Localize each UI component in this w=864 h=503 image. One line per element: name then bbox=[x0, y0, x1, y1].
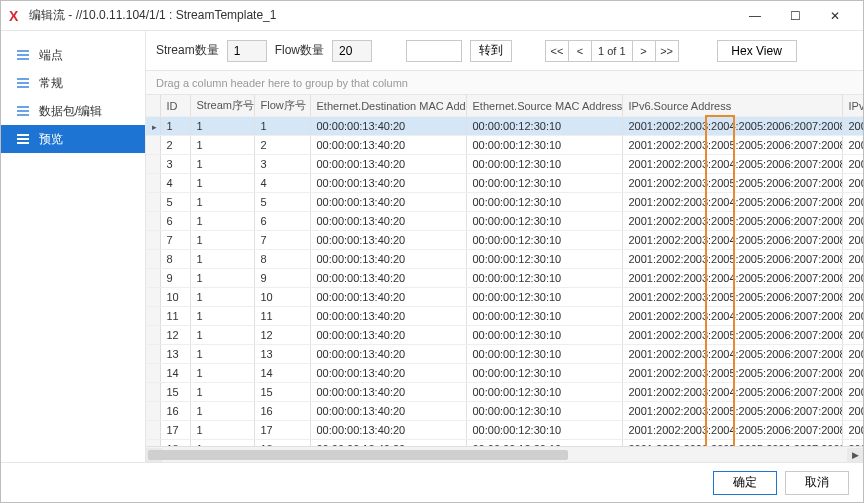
cell[interactable]: 13 bbox=[160, 345, 190, 364]
cell[interactable]: 7 bbox=[160, 231, 190, 250]
table-row[interactable]: 1411400:00:00:13:40:2000:00:00:12:30:102… bbox=[146, 364, 863, 383]
grid[interactable]: IDStream序号Flow序号Ethernet.Destination MAC… bbox=[146, 95, 863, 446]
cell[interactable]: 1 bbox=[190, 288, 254, 307]
table-row[interactable]: 81800:00:00:13:40:2000:00:00:12:30:10200… bbox=[146, 250, 863, 269]
cell[interactable]: 12 bbox=[254, 326, 310, 345]
pager-first-button[interactable]: << bbox=[545, 40, 569, 62]
group-by-hint[interactable]: Drag a column header here to group by th… bbox=[146, 71, 863, 95]
flow-count-input[interactable] bbox=[332, 40, 372, 62]
pager-last-button[interactable]: >> bbox=[655, 40, 679, 62]
cell[interactable]: 00:00:00:13:40:20 bbox=[310, 193, 466, 212]
cell[interactable]: 00:00:00:13:40:20 bbox=[310, 174, 466, 193]
sidebar-item-2[interactable]: 数据包/编辑 bbox=[1, 97, 145, 125]
cell[interactable]: 00:00:00:13:40:20 bbox=[310, 269, 466, 288]
cell[interactable]: 17 bbox=[254, 421, 310, 440]
table-row[interactable]: 1611600:00:00:13:40:2000:00:00:12:30:102… bbox=[146, 402, 863, 421]
cell[interactable]: 6 bbox=[160, 212, 190, 231]
cell[interactable]: 11 bbox=[254, 307, 310, 326]
stream-count-input[interactable] bbox=[227, 40, 267, 62]
column-header[interactable]: ID bbox=[160, 95, 190, 117]
cell[interactable]: 00:00:00:13:40:20 bbox=[310, 212, 466, 231]
cell[interactable]: 8 bbox=[254, 250, 310, 269]
column-header[interactable]: Ethernet.Source MAC Address bbox=[466, 95, 622, 117]
cell[interactable]: 00:00:00:12:30:10 bbox=[466, 174, 622, 193]
cell[interactable]: 1 bbox=[190, 155, 254, 174]
cell[interactable]: 2001:2002:2003:2004:2005:2006:2007:2008 bbox=[622, 345, 842, 364]
cell[interactable]: 14 bbox=[254, 364, 310, 383]
cell[interactable]: 1 bbox=[190, 402, 254, 421]
cell[interactable]: 00:00:00:13:40:20 bbox=[310, 250, 466, 269]
cell[interactable]: 2001::1:f1:11 bbox=[842, 345, 863, 364]
cell[interactable]: 00:00:00:13:40:20 bbox=[310, 345, 466, 364]
cell[interactable]: 3 bbox=[254, 155, 310, 174]
cell[interactable]: 1 bbox=[190, 117, 254, 136]
cell[interactable]: 00:00:00:13:40:20 bbox=[310, 117, 466, 136]
cell[interactable]: 2001:2002:2003:2004:2005:2006:2007:2008 bbox=[622, 383, 842, 402]
pager-prev-button[interactable]: < bbox=[568, 40, 592, 62]
cell[interactable]: 00:00:00:12:30:10 bbox=[466, 345, 622, 364]
table-row[interactable]: 91900:00:00:13:40:2000:00:00:12:30:10200… bbox=[146, 269, 863, 288]
cell[interactable]: 16 bbox=[254, 402, 310, 421]
table-row[interactable]: 1311300:00:00:13:40:2000:00:00:12:30:102… bbox=[146, 345, 863, 364]
cell[interactable]: 1 bbox=[190, 212, 254, 231]
cell[interactable]: 1 bbox=[190, 364, 254, 383]
table-row[interactable]: 21200:00:00:13:40:2000:00:00:12:30:10200… bbox=[146, 136, 863, 155]
cell[interactable]: 00:00:00:12:30:10 bbox=[466, 250, 622, 269]
cell[interactable]: 2001:2002:2003:2005:2005:2006:2007:2008 bbox=[622, 364, 842, 383]
maximize-button[interactable]: ☐ bbox=[775, 2, 815, 30]
table-row[interactable]: 31300:00:00:13:40:2000:00:00:12:30:10200… bbox=[146, 155, 863, 174]
close-button[interactable]: ✕ bbox=[815, 2, 855, 30]
cell[interactable]: 1 bbox=[190, 326, 254, 345]
sidebar-item-0[interactable]: 端点 bbox=[1, 41, 145, 69]
cell[interactable]: 1 bbox=[190, 345, 254, 364]
cell[interactable]: 2001:2002:2003:2004:2005:2006:2007:2008 bbox=[622, 421, 842, 440]
cell[interactable]: 11 bbox=[160, 307, 190, 326]
sidebar-item-1[interactable]: 常规 bbox=[1, 69, 145, 97]
table-row[interactable]: 11100:00:00:13:40:2000:00:00:12:30:10200… bbox=[146, 117, 863, 136]
cell[interactable]: 16 bbox=[160, 402, 190, 421]
cell[interactable]: 2001::1:f1:11 bbox=[842, 117, 863, 136]
cell[interactable]: 2001::1:f1:11 bbox=[842, 269, 863, 288]
ok-button[interactable]: 确定 bbox=[713, 471, 777, 495]
cell[interactable]: 6 bbox=[254, 212, 310, 231]
cell[interactable]: 00:00:00:13:40:20 bbox=[310, 402, 466, 421]
cell[interactable]: 14 bbox=[160, 364, 190, 383]
cell[interactable]: 1 bbox=[190, 174, 254, 193]
cell[interactable]: 2 bbox=[160, 136, 190, 155]
cell[interactable]: 2 bbox=[254, 136, 310, 155]
pager-next-button[interactable]: > bbox=[632, 40, 656, 62]
cell[interactable]: 00:00:00:12:30:10 bbox=[466, 136, 622, 155]
cell[interactable]: 2001:2002:2003:2005:2005:2006:2007:2008 bbox=[622, 288, 842, 307]
cell[interactable]: 10 bbox=[160, 288, 190, 307]
cell[interactable]: 00:00:00:13:40:20 bbox=[310, 421, 466, 440]
cell[interactable]: 00:00:00:13:40:20 bbox=[310, 136, 466, 155]
cell[interactable]: 13 bbox=[254, 345, 310, 364]
cell[interactable]: 2001::1:f1:11 bbox=[842, 402, 863, 421]
cell[interactable]: 00:00:00:12:30:10 bbox=[466, 269, 622, 288]
cell[interactable]: 2001:2002:2003:2005:2005:2006:2007:2008 bbox=[622, 250, 842, 269]
cell[interactable]: 2001:2002:2003:2005:2005:2006:2007:2008 bbox=[622, 174, 842, 193]
cell[interactable]: 00:00:00:12:30:10 bbox=[466, 326, 622, 345]
cell[interactable]: 2001::1:f1:11 bbox=[842, 383, 863, 402]
cell[interactable]: 2001::1:f1:11 bbox=[842, 250, 863, 269]
cell[interactable]: 1 bbox=[190, 193, 254, 212]
cell[interactable]: 1 bbox=[190, 421, 254, 440]
cell[interactable]: 00:00:00:13:40:20 bbox=[310, 383, 466, 402]
cell[interactable]: 2001:2002:2003:2004:2005:2006:2007:2008 bbox=[622, 307, 842, 326]
cell[interactable]: 00:00:00:12:30:10 bbox=[466, 288, 622, 307]
cell[interactable]: 2001:2002:2003:2005:2005:2006:2007:2008 bbox=[622, 402, 842, 421]
cell[interactable]: 1 bbox=[190, 269, 254, 288]
table-row[interactable]: 1011000:00:00:13:40:2000:00:00:12:30:102… bbox=[146, 288, 863, 307]
cell[interactable]: 00:00:00:13:40:20 bbox=[310, 231, 466, 250]
cell[interactable]: 1 bbox=[190, 383, 254, 402]
sidebar-item-3[interactable]: 预览 bbox=[1, 125, 145, 153]
cell[interactable]: 2001::1:f1:11 bbox=[842, 231, 863, 250]
cell[interactable]: 15 bbox=[254, 383, 310, 402]
cell[interactable]: 00:00:00:12:30:10 bbox=[466, 364, 622, 383]
cell[interactable]: 2001::1:f1:11 bbox=[842, 193, 863, 212]
cell[interactable]: 1 bbox=[190, 250, 254, 269]
cell[interactable]: 2001:2002:2003:2005:2005:2006:2007:2008 bbox=[622, 326, 842, 345]
cell[interactable]: 00:00:00:12:30:10 bbox=[466, 231, 622, 250]
cell[interactable]: 1 bbox=[160, 117, 190, 136]
cell[interactable]: 2001:2002:2003:2004:2005:2006:2007:2008 bbox=[622, 193, 842, 212]
